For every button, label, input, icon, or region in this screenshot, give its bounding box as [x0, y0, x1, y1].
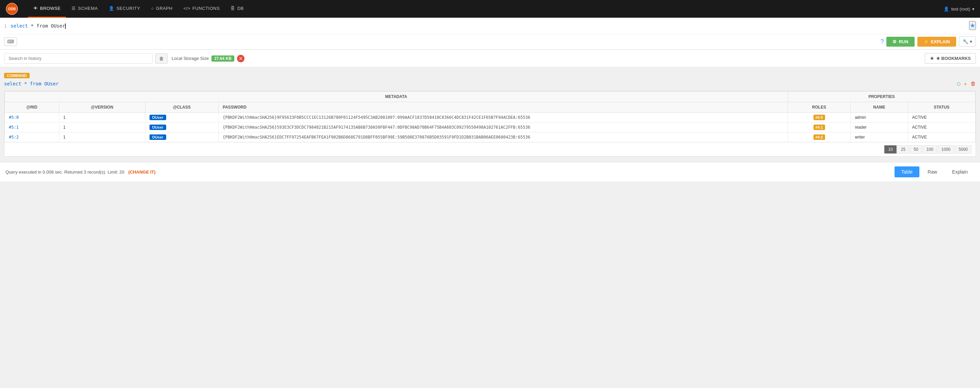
cell-password: {PBKDF2WithHmacSHA256}9F95633F0B5CCC1EC1… — [219, 113, 788, 122]
status-text: Query executed in 0.008 sec. Returned 3 … — [5, 170, 156, 175]
nav-user-label: test (root) — [951, 6, 970, 11]
history-search-input[interactable] — [4, 53, 153, 64]
result-table: METADATA PROPERTIES @rid @version @class… — [5, 91, 975, 142]
page-size-10[interactable]: 10 — [884, 145, 896, 154]
trash-command-icon[interactable]: 🗑 — [970, 80, 976, 87]
result-table-container: METADATA PROPERTIES @rid @version @class… — [4, 91, 976, 157]
nav-graph[interactable]: ○ GRAPH — [146, 0, 178, 18]
graph-icon: ○ — [151, 6, 154, 11]
explain-label: EXPLAIN — [931, 39, 950, 44]
help-button[interactable]: ? — [880, 38, 884, 45]
col-version: @version — [59, 102, 145, 113]
nav-browse-label: BROWSE — [40, 6, 61, 11]
settings-button[interactable]: 🔧 ▾ — [959, 37, 976, 47]
run-label: RUN — [899, 39, 908, 44]
cell-name: admin — [851, 113, 908, 122]
page-size-50[interactable]: 50 — [910, 145, 922, 154]
gear-icon: ⚙ — [892, 39, 897, 44]
role-badge[interactable]: #4:1 — [813, 124, 825, 130]
view-explain-button[interactable]: Explain — [945, 167, 975, 177]
run-button[interactable]: ⚙ RUN — [886, 37, 914, 47]
cell-roles: #4:0 — [788, 113, 851, 122]
keyword-select: select — [11, 23, 28, 29]
nav-user[interactable]: 👤 test (root) ▾ — [943, 6, 975, 11]
cell-class: OUser — [145, 132, 219, 142]
storage-size-badge: 27.64 KB — [212, 56, 234, 62]
user-icon: 👤 — [943, 6, 949, 11]
cell-password: {PBKDF2WithHmacSHA256}EDC7FF97254EAFB67F… — [219, 132, 788, 142]
refresh-icon[interactable]: ○ — [957, 80, 961, 87]
view-buttons: Table Raw Explain — [894, 167, 975, 177]
db-icon: 🗄 — [231, 6, 235, 11]
pagination-row: 10 25 50 100 1000 5000 — [5, 142, 975, 156]
cell-name: reader — [851, 122, 908, 132]
nav-schema[interactable]: ☰ SCHEMA — [66, 0, 103, 18]
storage-info: Local Storage Size 27.64 KB ✕ — [172, 55, 245, 62]
svg-text:ODB: ODB — [8, 7, 16, 11]
page-size-5000[interactable]: 5000 — [955, 145, 972, 154]
view-raw-button[interactable]: Raw — [921, 167, 944, 177]
role-badge[interactable]: #4:0 — [813, 115, 825, 120]
cell-rid: #5:0 — [5, 113, 59, 122]
table-row: #5:2 1 OUser {PBKDF2WithHmacSHA256}EDC7F… — [5, 132, 975, 142]
bookmark-button[interactable]: ★ — [969, 21, 976, 30]
rid-link[interactable]: #5:0 — [9, 115, 19, 120]
command-query-text[interactable]: select * from OUser — [4, 81, 59, 86]
page-size-1000[interactable]: 1000 — [938, 145, 955, 154]
table-row: #5:1 1 OUser {PBKDF2WithHmacSHA256}593E3… — [5, 122, 975, 132]
line-number: 1 — [4, 23, 6, 29]
view-table-button[interactable]: Table — [894, 167, 920, 177]
col-password: password — [219, 102, 788, 113]
text-cursor — [65, 24, 66, 29]
cell-status: ACTIVE — [908, 122, 975, 132]
cell-roles: #4:1 — [788, 122, 851, 132]
page-size-25[interactable]: 25 — [897, 145, 909, 154]
nav-browse[interactable]: 👁 BROWSE — [28, 0, 66, 18]
query-line: 1 select * from OUser — [4, 21, 976, 33]
cell-class: OUser — [145, 113, 219, 122]
code-icon: </> — [183, 6, 190, 11]
command-tag: COMMAND — [4, 73, 30, 78]
col-rid: @rid — [5, 102, 59, 113]
editor-toolbar: ⌨ ? ⚙ RUN ⚡ EXPLAIN 🔧 ▾ — [4, 34, 976, 49]
cell-password: {PBKDF2WithHmacSHA256}593E3CF3DCDC798482… — [219, 122, 788, 132]
star-command-icon[interactable]: ★ — [964, 80, 967, 87]
nav-functions[interactable]: </> FUNCTIONS — [178, 0, 226, 18]
eye-icon: 👁 — [33, 6, 38, 11]
col-status: status — [908, 102, 975, 113]
storage-clear-button[interactable]: ✕ — [237, 55, 245, 62]
keyboard-button[interactable]: ⌨ — [4, 37, 17, 46]
cell-class: OUser — [145, 122, 219, 132]
cell-roles: #4:2 — [788, 132, 851, 142]
properties-header: PROPERTIES — [788, 92, 975, 102]
page-size-100[interactable]: 100 — [923, 145, 937, 154]
command-section: COMMAND select * from OUser ○ ★ 🗑 — [4, 73, 976, 87]
nav-security[interactable]: 👤 SECURITY — [103, 0, 145, 18]
change-it-link[interactable]: (CHANGE IT) — [128, 170, 156, 175]
command-actions: ○ ★ 🗑 — [957, 80, 976, 87]
nav-db-label: DB — [237, 6, 244, 11]
explain-button[interactable]: ⚡ EXPLAIN — [917, 37, 956, 47]
bookmarks-button[interactable]: ★ ★ BOOKMARKS — [925, 53, 976, 64]
navbar: ODB 👁 BROWSE ☰ SCHEMA 👤 SECURITY ○ GRAPH… — [0, 0, 980, 18]
logo[interactable]: ODB — [5, 2, 21, 15]
class-badge: OUser — [150, 115, 166, 120]
chevron-down-icon: ▾ — [972, 6, 975, 11]
nav-functions-label: FUNCTIONS — [192, 6, 220, 11]
class-badge: OUser — [150, 134, 166, 140]
cell-status: ACTIVE — [908, 132, 975, 142]
query-text[interactable]: select * from OUser — [11, 23, 66, 29]
role-badge[interactable]: #4:2 — [813, 134, 825, 140]
wrench-icon: 🔧 — [963, 39, 969, 44]
query-editor: 1 select * from OUser ★ ⌨ ? ⚙ RUN ⚡ EXPL… — [0, 18, 980, 50]
nav-graph-label: GRAPH — [156, 6, 173, 11]
nav-db[interactable]: 🗄 DB — [225, 0, 249, 18]
cell-rid: #5:2 — [5, 132, 59, 142]
command-query-row: select * from OUser ○ ★ 🗑 — [4, 80, 976, 87]
storage-label: Local Storage Size — [172, 56, 209, 61]
clear-history-button[interactable]: 🗑 — [155, 53, 167, 64]
rid-link[interactable]: #5:2 — [9, 135, 19, 140]
rid-link[interactable]: #5:1 — [9, 125, 19, 130]
bookmarks-label: ★ BOOKMARKS — [936, 56, 971, 61]
metadata-header: METADATA — [5, 92, 788, 102]
